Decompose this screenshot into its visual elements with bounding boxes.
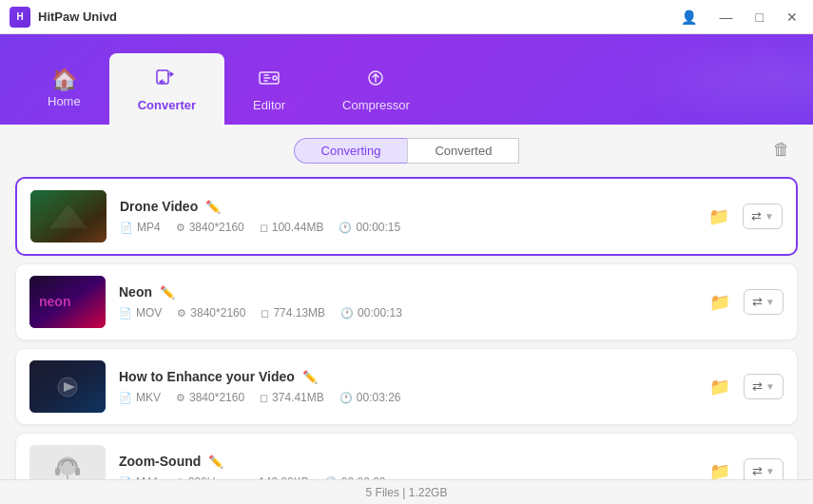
format-icon: 📄 bbox=[120, 222, 133, 234]
file-name: Neon bbox=[119, 284, 152, 300]
convert-button[interactable]: ⇄ ▼ bbox=[744, 374, 784, 399]
file-format: 📄 MP4 bbox=[120, 221, 161, 234]
file-meta: 📄 MP4 ⚙ 3840*2160 ◻ 100.44MB 🕐 00:00:15 bbox=[120, 221, 691, 234]
file-name: How to Enhance your Video bbox=[119, 369, 295, 384]
file-size: ◻ 374.41MB bbox=[260, 391, 324, 404]
file-resolution: ⚙ 3840*2160 bbox=[176, 391, 244, 404]
nav-converter-label: Converter bbox=[138, 98, 196, 112]
duration-icon: 🕐 bbox=[339, 222, 352, 234]
tab-converted[interactable]: Converted bbox=[407, 138, 519, 164]
file-resolution: ⚙ 3840*2160 bbox=[177, 306, 245, 320]
duration-icon: 🕐 bbox=[339, 392, 353, 404]
file-name-row: How to Enhance your Video ✏️ bbox=[119, 369, 692, 384]
title-bar-controls: 👤 — □ ✕ bbox=[675, 8, 803, 27]
resolution-icon: ⚙ bbox=[176, 392, 185, 404]
open-folder-button[interactable]: 📁 bbox=[706, 288, 734, 317]
file-resolution: ⚙ 3840*2160 bbox=[176, 221, 244, 234]
convert-icon: ⇄ bbox=[752, 464, 763, 478]
close-button[interactable]: ✕ bbox=[781, 8, 803, 27]
convert-icon: ⇄ bbox=[751, 209, 762, 223]
size-icon: ◻ bbox=[261, 307, 269, 320]
nav-home-label: Home bbox=[48, 94, 81, 108]
nav-compressor[interactable]: Compressor bbox=[314, 53, 438, 125]
table-row: How to Enhance your Video ✏️ 📄 MKV ⚙ 384… bbox=[15, 348, 798, 425]
svg-rect-16 bbox=[75, 468, 80, 475]
resolution-icon: ⚙ bbox=[176, 222, 185, 234]
file-duration: 🕐 00:03:26 bbox=[339, 391, 401, 404]
nav-home[interactable]: 🏠 Home bbox=[19, 53, 109, 125]
format-icon: 📄 bbox=[119, 392, 132, 404]
resolution-icon: ⚙ bbox=[177, 307, 186, 320]
file-info: How to Enhance your Video ✏️ 📄 MKV ⚙ 384… bbox=[119, 369, 692, 404]
editor-icon bbox=[257, 66, 281, 94]
file-actions: 📁 ⇄ ▼ bbox=[706, 288, 784, 317]
app-name: HitPaw Univd bbox=[38, 10, 117, 24]
duration-icon: 🕐 bbox=[340, 307, 354, 320]
minimize-button[interactable]: — bbox=[714, 8, 739, 27]
size-icon: ◻ bbox=[260, 392, 268, 404]
file-size: ◻ 774.13MB bbox=[261, 306, 325, 320]
file-meta: 📄 MKV ⚙ 3840*2160 ◻ 374.41MB 🕐 00:03:26 bbox=[119, 391, 692, 404]
file-duration: 🕐 00:00:15 bbox=[339, 221, 400, 234]
svg-point-2 bbox=[273, 76, 277, 80]
file-size: ◻ 100.44MB bbox=[260, 221, 324, 234]
svg-text:neon: neon bbox=[39, 294, 70, 309]
delete-all-button[interactable]: 🗑 bbox=[765, 138, 798, 162]
file-format: 📄 MKV bbox=[119, 391, 161, 404]
convert-button[interactable]: ⇄ ▼ bbox=[743, 204, 783, 229]
convert-button[interactable]: ⇄ ▼ bbox=[744, 289, 784, 315]
format-icon: 📄 bbox=[119, 307, 132, 320]
file-thumbnail bbox=[29, 360, 106, 413]
nav-editor[interactable]: Editor bbox=[224, 53, 314, 125]
file-info: Neon ✏️ 📄 MOV ⚙ 3840*2160 ◻ 774.13MB bbox=[119, 284, 692, 320]
file-list: Drone Video ✏️ 📄 MP4 ⚙ 3840*2160 ◻ 100.4… bbox=[15, 177, 798, 504]
file-meta: 📄 MOV ⚙ 3840*2160 ◻ 774.13MB 🕐 00:00:13 bbox=[119, 306, 692, 320]
edit-name-icon[interactable]: ✏️ bbox=[160, 285, 175, 300]
edit-name-icon[interactable]: ✏️ bbox=[208, 455, 223, 469]
nav-bar: 🏠 Home Converter Editor bbox=[0, 34, 813, 125]
main-content: Converting Converted 🗑 bbox=[0, 125, 813, 504]
file-duration: 🕐 00:00:13 bbox=[340, 306, 402, 320]
file-info: Drone Video ✏️ 📄 MP4 ⚙ 3840*2160 ◻ 100.4… bbox=[120, 199, 691, 234]
file-format: 📄 MOV bbox=[119, 306, 162, 320]
file-name: Drone Video bbox=[120, 199, 198, 214]
open-folder-button[interactable]: 📁 bbox=[705, 203, 733, 231]
converter-icon bbox=[154, 66, 179, 94]
svg-rect-15 bbox=[55, 468, 60, 475]
table-row: neon Neon ✏️ 📄 MOV ⚙ 3840*2160 bbox=[15, 263, 798, 340]
size-icon: ◻ bbox=[260, 222, 268, 234]
home-icon: 🏠 bbox=[51, 69, 77, 90]
user-icon-button[interactable]: 👤 bbox=[675, 8, 703, 27]
status-text: 5 Files | 1.22GB bbox=[366, 486, 448, 499]
app-logo: H bbox=[10, 7, 30, 28]
file-name-row: Zoom-Sound ✏️ bbox=[119, 454, 692, 469]
file-name: Zoom-Sound bbox=[119, 454, 201, 469]
open-folder-button[interactable]: 📁 bbox=[706, 373, 734, 401]
tab-bar: Converting Converted 🗑 bbox=[15, 138, 798, 164]
convert-icon: ⇄ bbox=[752, 379, 763, 394]
chevron-down-icon: ▼ bbox=[765, 466, 775, 476]
chevron-down-icon: ▼ bbox=[765, 297, 775, 307]
nav-compressor-label: Compressor bbox=[342, 98, 410, 112]
nav-converter[interactable]: Converter bbox=[109, 53, 224, 125]
chevron-down-icon: ▼ bbox=[765, 211, 774, 222]
file-actions: 📁 ⇄ ▼ bbox=[706, 373, 784, 401]
title-bar: H HitPaw Univd 👤 — □ ✕ bbox=[0, 0, 813, 34]
file-name-row: Drone Video ✏️ bbox=[120, 199, 691, 214]
tab-converting[interactable]: Converting bbox=[294, 138, 408, 164]
status-bar: 5 Files | 1.22GB bbox=[0, 479, 813, 504]
table-row: Drone Video ✏️ 📄 MP4 ⚙ 3840*2160 ◻ 100.4… bbox=[15, 177, 798, 256]
compressor-icon bbox=[363, 66, 388, 94]
file-thumbnail bbox=[30, 190, 106, 242]
file-name-row: Neon ✏️ bbox=[119, 284, 692, 300]
edit-name-icon[interactable]: ✏️ bbox=[302, 370, 318, 384]
title-bar-left: H HitPaw Univd bbox=[10, 7, 117, 28]
nav-editor-label: Editor bbox=[253, 98, 285, 112]
maximize-button[interactable]: □ bbox=[750, 8, 769, 27]
file-actions: 📁 ⇄ ▼ bbox=[705, 203, 783, 231]
edit-name-icon[interactable]: ✏️ bbox=[205, 200, 221, 214]
file-thumbnail: neon bbox=[29, 276, 106, 328]
convert-icon: ⇄ bbox=[752, 295, 763, 309]
chevron-down-icon: ▼ bbox=[765, 381, 775, 392]
